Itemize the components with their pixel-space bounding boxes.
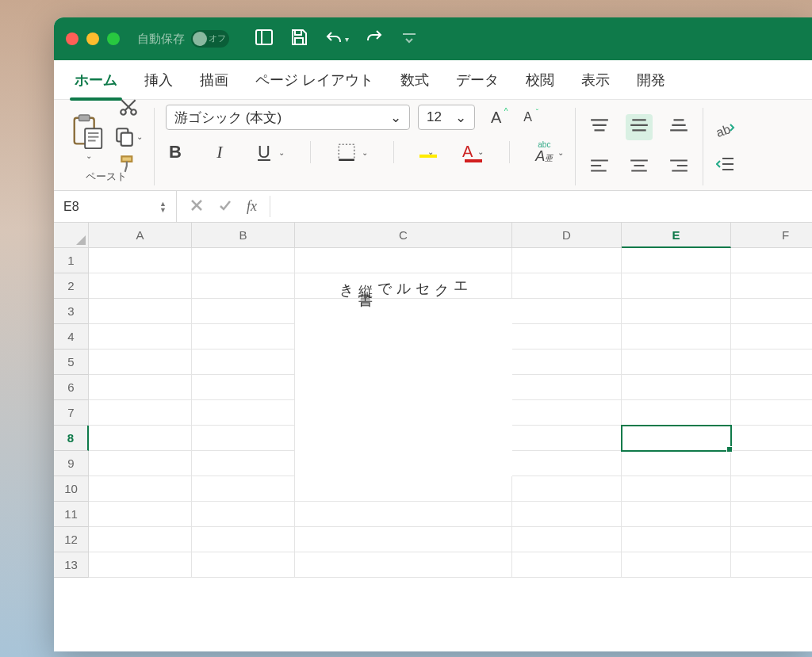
italic-button[interactable]: I — [210, 142, 229, 162]
cell-F10[interactable] — [731, 476, 812, 502]
fill-color-button[interactable]: ⌄ — [419, 147, 437, 158]
cell-F9[interactable] — [731, 451, 812, 476]
cell-D2[interactable] — [512, 273, 622, 299]
align-bottom-button[interactable] — [668, 117, 689, 137]
autosave-toggle-wrap[interactable]: 自動保存 オフ — [137, 30, 229, 48]
cell-F8[interactable] — [731, 426, 812, 451]
tab-view[interactable]: 表示 — [580, 71, 611, 90]
align-top-button[interactable] — [589, 117, 610, 137]
cell-A2[interactable] — [89, 273, 192, 299]
borders-button[interactable]: ⌄ — [336, 142, 368, 162]
paste-button[interactable]: ⌄ — [70, 113, 106, 160]
formula-input[interactable] — [270, 191, 812, 222]
column-header-A[interactable]: A — [89, 223, 192, 248]
cell-F2[interactable] — [731, 273, 812, 299]
cell-A7[interactable] — [89, 400, 192, 426]
tab-developer[interactable]: 開発 — [635, 71, 667, 90]
borders-dropdown-caret[interactable]: ⌄ — [362, 148, 368, 157]
cell-E4[interactable] — [622, 324, 731, 350]
align-center-button[interactable] — [629, 157, 649, 177]
cell-F7[interactable] — [731, 400, 812, 426]
tab-page-layout[interactable]: ページ レイアウト — [254, 71, 375, 90]
cell-B1[interactable] — [192, 248, 295, 273]
align-middle-button[interactable] — [626, 114, 653, 140]
cell-B12[interactable] — [192, 527, 295, 552]
cell-D1[interactable] — [512, 248, 622, 273]
cell-D13[interactable] — [512, 552, 622, 578]
panel-icon[interactable] — [255, 28, 274, 50]
save-icon[interactable] — [289, 28, 308, 50]
font-color-button[interactable]: A ⌄ — [462, 143, 484, 162]
cell-A5[interactable] — [89, 350, 192, 375]
cell-E9[interactable] — [622, 451, 731, 476]
row-header-6[interactable]: 6 — [54, 375, 89, 400]
column-header-E[interactable]: E — [622, 223, 731, 248]
cell-A11[interactable] — [89, 502, 192, 527]
row-header-1[interactable]: 1 — [54, 248, 89, 273]
cell-B8[interactable] — [192, 426, 295, 451]
cell-A13[interactable] — [89, 552, 192, 578]
cell-D6[interactable] — [512, 375, 622, 400]
cut-icon[interactable] — [118, 97, 139, 120]
cell-D9[interactable] — [512, 451, 622, 476]
cell-E11[interactable] — [622, 502, 731, 527]
select-all-corner[interactable] — [54, 223, 89, 248]
row-header-13[interactable]: 13 — [54, 552, 89, 578]
align-right-button[interactable] — [668, 157, 689, 177]
fx-icon[interactable]: fx — [247, 198, 257, 215]
cell-E6[interactable] — [622, 375, 731, 400]
cell-E12[interactable] — [622, 527, 731, 552]
copy-dropdown-caret[interactable]: ⌄ — [136, 132, 143, 141]
font-name-select[interactable]: 游ゴシック (本文) ⌄ — [166, 105, 410, 130]
cell-B13[interactable] — [192, 552, 295, 578]
tab-review[interactable]: 校閲 — [524, 71, 556, 90]
cell-A4[interactable] — [89, 324, 192, 350]
cell-A12[interactable] — [89, 527, 192, 552]
row-header-2[interactable]: 2 — [54, 273, 89, 299]
cell-F5[interactable] — [731, 350, 812, 375]
cell-E10[interactable] — [622, 476, 731, 502]
column-header-B[interactable]: B — [192, 223, 295, 248]
cell-C2-merged[interactable]: エクセルで縦書き — [295, 273, 512, 299]
cell-F3[interactable] — [731, 299, 812, 324]
column-header-D[interactable]: D — [512, 223, 622, 248]
cell-A10[interactable] — [89, 476, 192, 502]
cell-A3[interactable] — [89, 299, 192, 324]
maximize-window-button[interactable] — [107, 32, 120, 45]
phonetic-dropdown-caret[interactable]: ⌄ — [557, 148, 564, 157]
cell-A8[interactable] — [89, 426, 192, 451]
minimize-window-button[interactable] — [86, 32, 99, 45]
undo-icon[interactable]: ▾ — [324, 29, 349, 48]
cell-D4[interactable] — [512, 324, 622, 350]
cell-B4[interactable] — [192, 324, 295, 350]
cell-B7[interactable] — [192, 400, 295, 426]
cell-E7[interactable] — [622, 400, 731, 426]
decrease-font-size-button[interactable]: Aˇ — [523, 110, 532, 124]
undo-dropdown-caret[interactable]: ▾ — [345, 35, 349, 44]
cell-C11[interactable] — [295, 502, 512, 527]
toolbar-customize-icon[interactable] — [400, 28, 419, 50]
bold-button[interactable]: B — [166, 142, 185, 162]
cell-E8[interactable] — [622, 426, 731, 451]
cell-F4[interactable] — [731, 324, 812, 350]
cell-E13[interactable] — [622, 552, 731, 578]
tab-home[interactable]: ホーム — [73, 71, 119, 90]
orientation-button[interactable]: ab — [714, 121, 737, 140]
underline-button[interactable]: U ⌄ — [255, 142, 285, 162]
cell-F1[interactable] — [731, 248, 812, 273]
cell-E3[interactable] — [622, 299, 731, 324]
cell-B6[interactable] — [192, 375, 295, 400]
phonetic-guide-button[interactable]: abc A亜 ⌄ — [535, 141, 564, 163]
tab-insert[interactable]: 挿入 — [143, 71, 174, 90]
font-color-dropdown-caret[interactable]: ⌄ — [477, 147, 484, 156]
cell-B11[interactable] — [192, 502, 295, 527]
cell-D5[interactable] — [512, 350, 622, 375]
cell-A1[interactable] — [89, 248, 192, 273]
row-header-11[interactable]: 11 — [54, 502, 89, 527]
cell-E5[interactable] — [622, 350, 731, 375]
row-header-8[interactable]: 8 — [54, 426, 89, 451]
paste-dropdown-caret[interactable]: ⌄ — [86, 151, 92, 160]
cell-F12[interactable] — [731, 527, 812, 552]
row-header-4[interactable]: 4 — [54, 324, 89, 350]
close-window-button[interactable] — [66, 32, 79, 45]
